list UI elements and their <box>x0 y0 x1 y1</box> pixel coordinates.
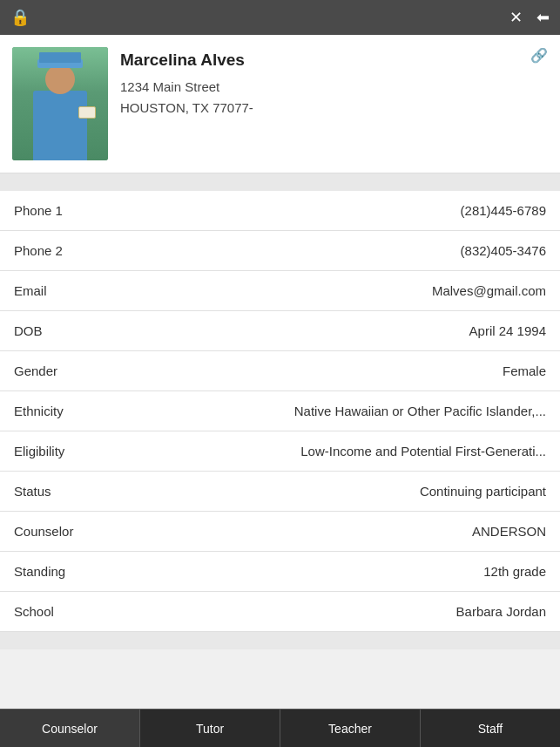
detail-label: Counselor <box>14 524 73 539</box>
profile-card: Marcelina Alves 1234 Main Street HOUSTON… <box>0 35 560 173</box>
bottom-tabs: CounselorTutorTeacherStaff <box>0 709 560 747</box>
detail-row: EligibilityLow-Income and Potential Firs… <box>0 431 560 472</box>
detail-value: ANDERSON <box>472 524 546 539</box>
detail-row: StatusContinuing participant <box>0 472 560 512</box>
detail-label: DOB <box>14 323 43 338</box>
detail-row: EthnicityNative Hawaiian or Other Pacifi… <box>0 391 560 431</box>
profile-address: 1234 Main Street HOUSTON, TX 77077- <box>120 77 548 119</box>
profile-info: Marcelina Alves 1234 Main Street HOUSTON… <box>120 47 548 119</box>
detail-label: Gender <box>14 363 57 378</box>
tab-tutor[interactable]: Tutor <box>140 710 280 747</box>
address-line2: HOUSTON, TX 77077- <box>120 98 548 119</box>
link-icon[interactable]: 🔗 <box>530 47 548 64</box>
detail-value: (832)405-3476 <box>461 243 546 258</box>
top-bar-left: 🔒 <box>10 8 30 27</box>
detail-value: 12th grade <box>483 564 546 579</box>
detail-value: April 24 1994 <box>469 323 546 338</box>
detail-row: DOBApril 24 1994 <box>0 311 560 351</box>
detail-list: Phone 1(281)445-6789Phone 2(832)405-3476… <box>0 191 560 632</box>
detail-label: Status <box>14 484 51 499</box>
tab-counselor[interactable]: Counselor <box>0 710 140 747</box>
detail-label: School <box>14 604 54 619</box>
tab-teacher[interactable]: Teacher <box>280 710 421 747</box>
detail-row: EmailMalves@gmail.com <box>0 271 560 311</box>
detail-value: Low-Income and Potential First-Generati.… <box>300 444 546 458</box>
detail-value: (281)445-6789 <box>461 203 546 218</box>
address-line1: 1234 Main Street <box>120 77 548 98</box>
lock-icon: 🔒 <box>10 8 30 27</box>
detail-row: Phone 1(281)445-6789 <box>0 191 560 231</box>
back-button[interactable]: ⬅ <box>536 8 550 27</box>
detail-row: CounselorANDERSON <box>0 512 560 552</box>
detail-row: GenderFemale <box>0 351 560 391</box>
detail-value: Female <box>503 363 546 378</box>
detail-label: Phone 1 <box>14 203 63 218</box>
detail-row: Phone 2(832)405-3476 <box>0 231 560 271</box>
bottom-spacer <box>0 632 560 649</box>
detail-value: Native Hawaiian or Other Pacific Islande… <box>294 404 546 418</box>
profile-photo <box>12 47 108 160</box>
section-spacer <box>0 173 560 191</box>
settings-button[interactable]: ✕ <box>509 8 523 27</box>
detail-label: Eligibility <box>14 444 64 458</box>
detail-label: Email <box>14 283 47 298</box>
detail-row: Standing12th grade <box>0 552 560 592</box>
top-bar: 🔒 ✕ ⬅ <box>0 0 560 35</box>
detail-value: Malves@gmail.com <box>432 283 546 298</box>
detail-label: Ethnicity <box>14 404 64 418</box>
detail-row: SchoolBarbara Jordan <box>0 592 560 632</box>
detail-label: Standing <box>14 564 65 579</box>
top-bar-right: ✕ ⬅ <box>509 8 550 27</box>
detail-label: Phone 2 <box>14 243 63 258</box>
profile-name: Marcelina Alves <box>120 51 548 70</box>
detail-value: Continuing participant <box>420 484 546 499</box>
tab-staff[interactable]: Staff <box>421 710 560 747</box>
detail-value: Barbara Jordan <box>456 604 546 619</box>
